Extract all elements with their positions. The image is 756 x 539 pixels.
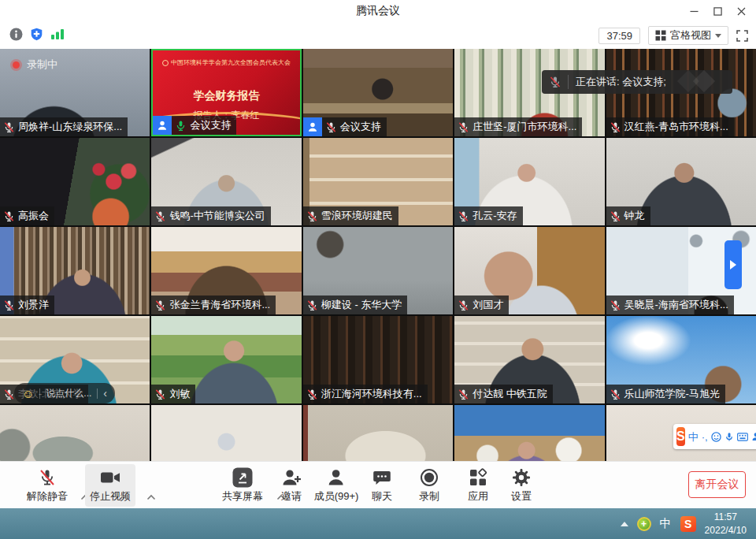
slide-title: 学会财务报告 [153,89,299,103]
chevron-down-icon [715,34,721,38]
taskbar-clock[interactable]: 11:57 2022/4/10 [705,511,750,537]
participant-name: 钟龙 [624,209,645,223]
participant-tile[interactable]: 中国环境科学学会第九次全国会员代表大会 学会财务报告 报告人：李春红 会议支持 [151,49,301,136]
sogou-logo-icon[interactable]: S [676,427,685,446]
mic-muted-icon [3,388,15,400]
next-page-button[interactable] [724,240,742,289]
window-title: 腾讯会议 [356,4,400,18]
mic-muted-icon [610,299,621,311]
toolbar-chat-label: 聊天 [372,489,392,504]
mic-muted-icon [458,299,469,311]
ime-punctuation-icon[interactable]: ·, [702,432,708,442]
participant-tile[interactable]: 会议支持 [303,49,453,136]
tray-ime-indicator[interactable]: 中 [660,516,672,531]
participant-tile[interactable]: 孔云-安存 [454,138,604,225]
network-signal-icon[interactable] [50,28,65,43]
slide-header: 中国环境科学学会第九次全国会员代表大会 [153,58,299,67]
ime-mode-chinese[interactable]: 中 [688,432,699,442]
avatar-badge-icon [153,116,172,135]
maximize-button[interactable] [706,0,729,22]
participant-tile[interactable] [151,405,301,461]
tray-expand-icon[interactable] [621,522,628,526]
meeting-duration: 37:59 [598,28,640,44]
mic-muted-icon [154,388,166,400]
toolbar-members-button[interactable]: 成员(99+) [309,464,364,507]
participant-name: 吴晓晨-海南省环境科... [624,298,728,312]
participant-nameplate: 浙江海河环境科技有... [303,385,428,403]
toolbar-chat-button[interactable]: 聊天 [367,464,397,507]
toolbar-invite-button[interactable]: 邀请 [276,464,306,507]
participant-tile[interactable]: 刘景洋 [0,227,150,314]
toolbar-unmute-button[interactable]: 解除静音 [22,464,72,507]
participant-name: 会议支持 [190,118,231,132]
mic-muted-icon [549,76,561,88]
apps-icon [469,467,487,488]
participant-name: 张金兰青海省环境科... [169,298,270,312]
gear-icon [512,467,531,488]
toolbar-stop-video-button[interactable]: 停止视频 [85,464,135,507]
share-screen-icon [232,467,253,488]
keyboard-icon[interactable] [737,433,748,441]
participant-tile[interactable]: 录制中 周焕祥-山东绿泉环保... [0,49,150,136]
participant-nameplate: 汉红燕-青岛市环境科... [606,117,734,136]
toolbar-settings-label: 设置 [511,489,532,504]
collapse-icon[interactable]: ‹ [103,388,107,399]
mic-muted-icon [3,299,15,311]
ime-toolbar[interactable]: S 中 ·, [673,424,756,449]
layout-view-button[interactable]: 宫格视图 [648,26,728,45]
participant-tile[interactable]: 钱鸣-中节能博实公司 [151,138,301,225]
participant-tile[interactable] [454,405,604,461]
toolbar-record-button[interactable]: 录制 [414,464,444,507]
participant-nameplate: 钟龙 [606,206,650,225]
participant-nameplate: 柳建设 - 东华大学 [303,296,408,314]
participant-name: 浙江海河环境科技有... [321,387,422,401]
participant-tile[interactable]: 刘敏 [151,316,301,403]
quick-chat-input[interactable]: ☺ 说点什么... ‹ [14,383,115,403]
minimize-button[interactable] [682,0,706,22]
participant-tile[interactable]: 乐山师范学院-马旭光 [606,316,756,403]
participant-nameplate: 刘国才 [454,296,509,314]
participant-tile[interactable]: 柳建设 - 东华大学 [303,227,453,314]
mic-muted-icon [610,388,621,400]
window-controls [682,0,753,22]
toolbar-share-screen-button[interactable]: 共享屏幕 [217,464,268,507]
participant-tile[interactable]: 雪浪环境胡建民 [303,138,453,225]
mic-muted-icon [38,467,57,488]
meeting-info-icon[interactable] [9,28,23,44]
participant-name: 付达靓 中铁五院 [472,387,547,401]
emoji-icon[interactable]: ☺ [22,388,34,400]
toolbar-invite-label: 邀请 [281,489,302,504]
mic-icon[interactable] [724,432,734,442]
tray-sogou-icon[interactable]: S [680,516,696,532]
participant-tile[interactable]: 浙江海河环境科技有... [303,316,453,403]
participant-nameplate: 会议支持 [303,117,387,136]
emoji-icon[interactable] [711,432,721,442]
mic-muted-icon [458,388,469,400]
tray-antivirus-icon[interactable]: + [637,517,651,531]
record-icon [420,467,439,488]
layout-view-label: 宫格视图 [670,28,711,43]
participant-video [303,405,453,461]
toolbar-share-screen-label: 共享屏幕 [222,489,263,504]
toolbar-apps-label: 应用 [468,489,488,504]
person-icon[interactable] [751,432,756,441]
mic-muted-icon [3,210,15,222]
toolbar-apps-button[interactable]: 应用 [463,464,493,507]
toolbar-settings-button[interactable]: 设置 [506,464,536,507]
fullscreen-button[interactable] [736,30,748,42]
participant-tile[interactable] [303,405,453,461]
participant-name: 柳建设 - 东华大学 [321,298,402,312]
close-button[interactable] [729,0,753,22]
participant-tile[interactable]: 高振会 [0,138,150,225]
participant-tile[interactable] [0,405,150,461]
mic-muted-icon [325,121,337,133]
participant-tile[interactable]: 刘国才 [454,227,604,314]
security-shield-icon[interactable] [30,28,43,44]
participant-tile[interactable]: 张金兰青海省环境科... [151,227,301,314]
toolbar-record-label: 录制 [419,489,439,504]
leave-meeting-button[interactable]: 离开会议 [688,471,746,498]
participant-tile[interactable]: 钟龙 [606,138,756,225]
participant-tile[interactable]: 付达靓 中铁五院 [454,316,604,403]
recording-indicator: 录制中 [13,58,57,72]
participant-nameplate: 张金兰青海省环境科... [151,296,276,314]
